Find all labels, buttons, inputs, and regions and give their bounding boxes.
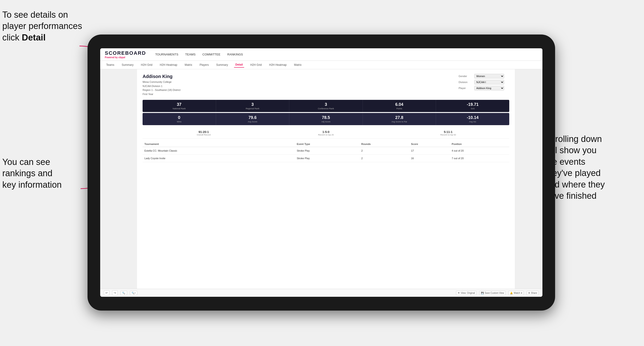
share-label: Share (531, 292, 537, 294)
record-top25-label: Record vs top 25 (265, 134, 387, 136)
tab-players[interactable]: Players (198, 62, 210, 67)
col-empty (281, 141, 295, 147)
stat-conference-rank-value: 3 (291, 102, 361, 107)
stat-avg-score-label: Avg Score (218, 121, 288, 123)
record-top50-value: 5-11-1 (387, 130, 509, 134)
stat-national-rank-value: 37 (144, 102, 214, 107)
tablet-screen: SCOREBOARD Powered by clippd TOURNAMENTS… (100, 48, 542, 297)
cell-tournament-2: Lady Coyote Invite (142, 155, 281, 162)
record-overall: 91-20-1 Overall Record (142, 130, 265, 136)
stat-avg-score-to-par-label: Avg Score to Par (364, 121, 434, 123)
tab-h2h-heatmap[interactable]: H2H Heatmap (158, 62, 179, 67)
annotation-bottom-left: You can see rankings and key information (2, 157, 90, 190)
nav-tournaments[interactable]: TOURNAMENTS (155, 52, 178, 57)
col-score: Score (409, 141, 450, 147)
tab-summary-2[interactable]: Summary (215, 62, 229, 67)
undo-icon: ↩ (106, 291, 108, 295)
watch-icon: 🔔 (510, 292, 513, 294)
player-school: Mesa Community College (142, 80, 180, 84)
stats-row-1: 37 National Rank 3 Regional Rank 3 Confe… (142, 100, 509, 112)
stat-regional-rank-value: 3 (218, 102, 288, 107)
annotation-bottom-left-line3: key information (2, 180, 62, 189)
tab-teams[interactable]: Teams (105, 62, 116, 67)
annotation-detail-bold: Detail (22, 33, 45, 42)
stat-regional-rank: 3 Regional Rank (216, 100, 290, 112)
tab-matrix[interactable]: Matrix (183, 62, 194, 67)
logo-powered: Powered by clippd (105, 56, 146, 59)
nav-committee[interactable]: COMMITTEE (202, 52, 220, 57)
player-year: First Year (142, 92, 180, 96)
stat-avg-score-to-par-value: 27.8 (364, 115, 434, 120)
stat-regional-rank-label: Regional Rank (218, 107, 288, 110)
record-top50-label: Record vs top 50 (387, 134, 509, 136)
stat-national-rank-label: National Rank (144, 107, 214, 110)
cell-event-type-2: Stroke Play (295, 155, 359, 162)
records-row: 91-20-1 Overall Record 1-5-0 Record vs t… (142, 128, 509, 139)
player-detail: Addison King Mesa Community College NJCA… (137, 69, 515, 289)
gender-label: Gender (458, 75, 472, 78)
stat-sos: -19.71 SoS (436, 100, 509, 112)
record-overall-value: 91-20-1 (142, 130, 265, 134)
stat-national-rank: 37 National Rank (142, 100, 216, 112)
player-name: Addison King (142, 74, 180, 79)
watch-chevron-icon: ▾ (521, 292, 522, 294)
cell-position-1: 4 out of 20 (450, 147, 509, 155)
content-sidebar (100, 69, 137, 289)
stat-avg-sg-label: Avg SG (438, 121, 508, 123)
tab-h2h-grid-2[interactable]: H2H Grid (249, 62, 263, 67)
tab-detail[interactable]: Detail (234, 62, 244, 68)
stat-avg-score-to-par: 27.8 Avg Score to Par (363, 113, 436, 125)
stat-sos-value: -19.71 (438, 102, 508, 107)
zoom-in-icon: 🔍+ (132, 292, 136, 294)
tablet-frame: SCOREBOARD Powered by clippd TOURNAMENTS… (88, 34, 555, 311)
cell-rounds-1: 2 (360, 147, 409, 155)
cell-event-type-1: Stroke Play (295, 147, 359, 155)
player-region: Region 1 - Southwest (18) District (142, 88, 180, 92)
zoom-out-icon: 🔍- (122, 292, 126, 294)
save-custom-button[interactable]: 💾 Save Custom View (479, 291, 506, 295)
logo-area: SCOREBOARD Powered by clippd (105, 50, 146, 59)
main-nav: TOURNAMENTS TEAMS COMMITTEE RANKINGS (155, 52, 243, 57)
division-select[interactable]: NJCAA I NJCAA II (474, 80, 504, 84)
stat-sos-label: SoS (438, 107, 508, 110)
gender-select[interactable]: Women Men (474, 74, 504, 78)
tab-h2h-heatmap-2[interactable]: H2H Heatmap (268, 62, 288, 67)
share-icon: ⬆ (528, 292, 530, 294)
stat-avg-score: 79.6 Avg Score (216, 113, 290, 125)
player-header: Addison King Mesa Community College NJCA… (142, 74, 509, 96)
watch-button[interactable]: 🔔 Watch ▾ (508, 291, 524, 295)
redo-button[interactable]: ↪ (112, 290, 118, 295)
stat-points-label: Points (364, 107, 434, 110)
cell-tournament-1: Estella CC- Mountain Classic (142, 147, 281, 155)
annotation-right: Scrolling down will show you the events … (545, 133, 642, 201)
record-top25-value: 1-5-0 (265, 130, 387, 134)
app-header: SCOREBOARD Powered by clippd TOURNAMENTS… (100, 48, 542, 61)
stat-points-value: 6.04 (364, 102, 434, 107)
zoom-in-button[interactable]: 🔍+ (130, 291, 137, 295)
stat-conference-rank-label: Conference Rank (291, 107, 361, 110)
tab-summary[interactable]: Summary (120, 62, 135, 67)
col-event-type: Event Type (295, 141, 359, 147)
stat-adj-score: 78.5 Adj Score (289, 113, 363, 125)
col-rounds: Rounds (360, 141, 409, 147)
stat-avg-sg-value: -10.14 (438, 115, 508, 120)
stats-row-2: 0 Wins 79.6 Avg Score 78.5 Adj Score 27.… (142, 113, 509, 125)
sub-nav: Teams Summary H2H Grid H2H Heatmap Matri… (100, 61, 542, 69)
player-select[interactable]: Addison King (474, 86, 504, 90)
cell-score-2: 16 (409, 155, 450, 162)
redo-icon: ↪ (114, 291, 116, 295)
view-original-label: View: Original (461, 292, 475, 294)
nav-teams[interactable]: TEAMS (185, 52, 196, 57)
zoom-out-button[interactable]: 🔍- (120, 291, 127, 295)
share-button[interactable]: ⬆ Share (526, 291, 539, 295)
nav-rankings[interactable]: RANKINGS (227, 52, 243, 57)
tab-h2h-grid[interactable]: H2H Grid (140, 62, 154, 67)
table-row[interactable]: Estella CC- Mountain Classic Stroke Play… (142, 147, 509, 155)
tab-matrix-2[interactable]: Matrix (293, 62, 303, 67)
view-original-button[interactable]: 👁 View: Original (456, 291, 477, 295)
annotation-bottom-left-line2: rankings and (2, 169, 52, 178)
division-label: Division (458, 81, 472, 84)
table-row[interactable]: Lady Coyote Invite Stroke Play 2 16 7 ou… (142, 155, 509, 162)
undo-button[interactable]: ↩ (104, 290, 110, 295)
player-control-label: Player (458, 87, 472, 89)
